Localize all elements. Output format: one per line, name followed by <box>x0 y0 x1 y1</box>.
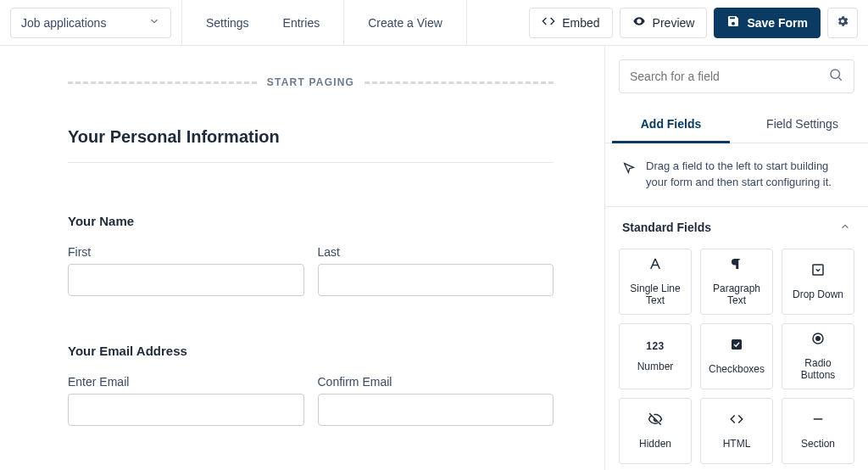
section-heading[interactable]: Your Personal Information <box>68 127 554 147</box>
field-hidden[interactable]: Hidden <box>619 398 692 464</box>
field-grid: Single Line Text Paragraph Text Drop Dow… <box>605 249 868 470</box>
html-icon <box>729 411 744 429</box>
code-icon <box>542 14 555 31</box>
svg-rect-3 <box>732 339 742 350</box>
first-name-label: First <box>68 245 304 259</box>
field-label: HTML <box>723 438 751 450</box>
save-icon <box>726 14 740 31</box>
nav-create-view[interactable]: Create a View <box>354 9 456 36</box>
sidebar: Add Fields Field Settings Drag a field t… <box>605 46 868 470</box>
field-search-input[interactable] <box>630 70 828 83</box>
field-label: Drop Down <box>793 288 843 300</box>
field-label: Single Line Text <box>625 283 686 306</box>
form-selector-label: Job applications <box>21 16 106 30</box>
embed-button[interactable]: Embed <box>529 8 612 38</box>
save-button-label: Save Form <box>747 16 808 30</box>
preview-button[interactable]: Preview <box>620 8 708 38</box>
field-email-title[interactable]: Your Email Address <box>68 344 554 358</box>
enter-email-input[interactable] <box>68 394 304 426</box>
number-icon: 123 <box>646 340 664 352</box>
checkbox-icon <box>729 337 744 355</box>
enter-email-label: Enter Email <box>68 375 304 389</box>
svg-rect-2 <box>813 265 823 275</box>
confirm-email-input[interactable] <box>318 394 554 426</box>
tab-field-settings[interactable]: Field Settings <box>737 107 868 143</box>
group-standard-fields[interactable]: Standard Fields <box>605 207 868 249</box>
search-icon <box>828 67 843 86</box>
divider <box>181 0 182 46</box>
field-label: Checkboxes <box>709 363 765 375</box>
paragraph-icon <box>729 256 744 274</box>
last-name-label: Last <box>318 245 554 259</box>
field-radio-buttons[interactable]: Radio Buttons <box>782 323 854 389</box>
field-search[interactable] <box>619 59 854 93</box>
svg-point-0 <box>831 70 840 79</box>
preview-button-label: Preview <box>653 16 695 30</box>
sidebar-tabs: Add Fields Field Settings <box>605 107 868 143</box>
tab-add-fields[interactable]: Add Fields <box>605 107 737 143</box>
paging-label: START PAGING <box>267 76 354 88</box>
gear-icon <box>836 14 849 31</box>
chevron-up-icon <box>839 221 851 235</box>
field-paragraph-text[interactable]: Paragraph Text <box>700 249 773 315</box>
field-label: Hidden <box>639 438 671 450</box>
radio-icon <box>810 331 826 349</box>
email-row: Enter Email Confirm Email <box>68 375 554 426</box>
field-label: Paragraph Text <box>706 283 767 306</box>
eye-icon <box>632 14 646 31</box>
dash-left <box>68 81 257 84</box>
form-selector[interactable]: Job applications <box>10 8 171 38</box>
last-name-input[interactable] <box>318 264 554 296</box>
save-button[interactable]: Save Form <box>714 8 821 38</box>
svg-point-5 <box>816 337 821 341</box>
divider <box>466 0 467 46</box>
drag-hint-text: Drag a field to the left to start buildi… <box>646 159 851 191</box>
dash-right <box>364 81 554 84</box>
main: START PAGING Your Personal Information Y… <box>0 46 868 470</box>
text-icon <box>648 256 663 274</box>
field-label: Section <box>801 438 835 450</box>
cursor-icon <box>622 161 636 191</box>
topbar: Job applications Settings Entries Create… <box>0 0 868 46</box>
form-settings-button[interactable] <box>827 8 858 38</box>
chevron-down-icon <box>148 15 160 30</box>
paging-divider[interactable]: START PAGING <box>68 76 554 88</box>
embed-button-label: Embed <box>562 16 599 30</box>
field-drop-down[interactable]: Drop Down <box>782 249 854 315</box>
group-title: Standard Fields <box>622 221 711 234</box>
nav-entries[interactable]: Entries <box>270 9 334 36</box>
field-html[interactable]: HTML <box>700 398 773 464</box>
field-name-title[interactable]: Your Name <box>68 214 554 228</box>
field-single-line-text[interactable]: Single Line Text <box>619 249 692 315</box>
section-icon <box>810 411 826 429</box>
dropdown-icon <box>810 262 826 280</box>
field-label: Number <box>637 361 674 372</box>
confirm-email-label: Confirm Email <box>318 375 554 389</box>
nav-settings[interactable]: Settings <box>192 9 263 36</box>
field-label: Radio Buttons <box>787 357 849 381</box>
section-divider <box>68 162 554 163</box>
divider <box>343 0 344 46</box>
form-canvas: START PAGING Your Personal Information Y… <box>0 46 605 470</box>
svg-line-1 <box>838 77 841 80</box>
field-section[interactable]: Section <box>782 398 854 464</box>
name-row: First Last <box>68 245 554 296</box>
field-number[interactable]: 123 Number <box>619 323 692 389</box>
field-checkboxes[interactable]: Checkboxes <box>700 323 773 389</box>
hidden-icon <box>648 411 663 429</box>
first-name-input[interactable] <box>68 264 304 296</box>
drag-hint: Drag a field to the left to start buildi… <box>605 143 868 207</box>
